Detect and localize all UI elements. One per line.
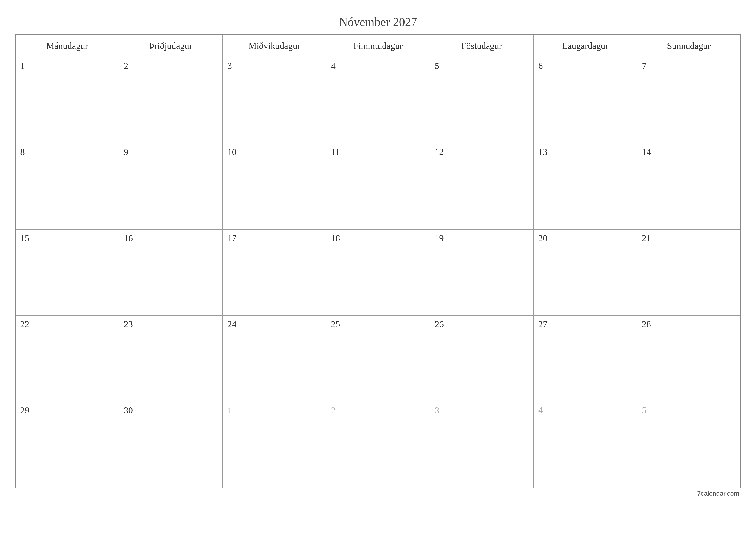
calendar-day-cell-next-month: 4 [533, 402, 637, 488]
weekday-header: Sunnudagur [637, 35, 741, 57]
calendar-day-cell: 24 [223, 316, 326, 402]
calendar-day-cell: 20 [533, 230, 637, 316]
calendar-day-cell: 26 [430, 316, 533, 402]
calendar-day-cell: 18 [326, 230, 430, 316]
weekday-header: Fimmtudagur [326, 35, 430, 57]
calendar-day-cell: 5 [430, 57, 533, 143]
calendar-day-cell-next-month: 1 [223, 402, 326, 488]
calendar-day-cell-next-month: 2 [326, 402, 430, 488]
calendar-day-cell: 30 [119, 402, 223, 488]
calendar-day-cell: 23 [119, 316, 223, 402]
weekday-header: Föstudagur [430, 35, 533, 57]
calendar-day-cell: 25 [326, 316, 430, 402]
calendar-title: Nóvember 2027 [15, 15, 741, 29]
calendar-week-row: 8 9 10 11 12 13 14 [15, 143, 741, 230]
calendar-day-cell: 16 [119, 230, 223, 316]
weekday-header: Mánudagur [15, 35, 119, 57]
calendar-day-cell-next-month: 5 [637, 402, 741, 488]
calendar-week-row: 1 2 3 4 5 6 7 [15, 57, 741, 143]
calendar-day-cell: 28 [637, 316, 741, 402]
calendar-day-cell: 7 [637, 57, 741, 143]
calendar-day-cell: 8 [15, 143, 119, 230]
calendar-day-cell: 15 [15, 230, 119, 316]
calendar-week-row: 22 23 24 25 26 27 28 [15, 316, 741, 402]
calendar-grid: Mánudagur Þriðjudagur Miðvikudagur Fimmt… [15, 34, 741, 488]
calendar-body: 1 2 3 4 5 6 7 8 9 10 11 12 13 14 15 16 1… [15, 57, 741, 488]
calendar-day-cell: 21 [637, 230, 741, 316]
calendar-day-cell: 4 [326, 57, 430, 143]
calendar-day-cell-next-month: 3 [430, 402, 533, 488]
calendar-day-cell: 19 [430, 230, 533, 316]
calendar-week-row: 15 16 17 18 19 20 21 [15, 230, 741, 316]
calendar-day-cell: 12 [430, 143, 533, 230]
calendar-day-cell: 13 [533, 143, 637, 230]
calendar-day-cell: 6 [533, 57, 637, 143]
calendar-day-cell: 29 [15, 402, 119, 488]
calendar-day-cell: 9 [119, 143, 223, 230]
calendar-day-cell: 1 [15, 57, 119, 143]
calendar-day-cell: 2 [119, 57, 223, 143]
weekday-header: Þriðjudagur [119, 35, 223, 57]
calendar-day-cell: 17 [223, 230, 326, 316]
calendar-day-cell: 3 [223, 57, 326, 143]
footer-attribution: 7calendar.com [15, 490, 741, 497]
calendar-day-cell: 14 [637, 143, 741, 230]
weekday-header-row: Mánudagur Þriðjudagur Miðvikudagur Fimmt… [15, 35, 741, 57]
weekday-header: Laugardagur [533, 35, 637, 57]
calendar-day-cell: 10 [223, 143, 326, 230]
weekday-header: Miðvikudagur [223, 35, 326, 57]
calendar-day-cell: 22 [15, 316, 119, 402]
calendar-day-cell: 11 [326, 143, 430, 230]
calendar-day-cell: 27 [533, 316, 637, 402]
calendar-week-row: 29 30 1 2 3 4 5 [15, 402, 741, 488]
